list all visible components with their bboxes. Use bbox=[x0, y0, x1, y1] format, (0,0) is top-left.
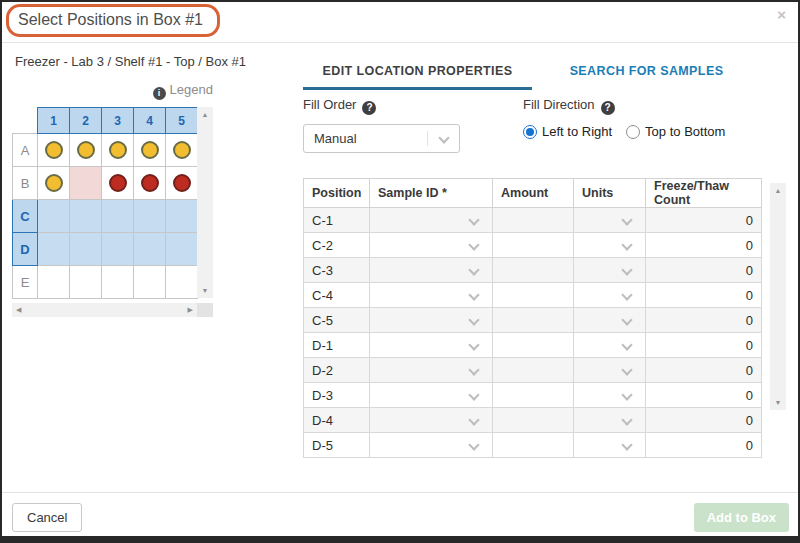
freeze-thaw-count-input-D-4[interactable]: 0 bbox=[646, 408, 762, 433]
grid-vertical-scrollbar[interactable]: ▲ ▼ bbox=[197, 107, 213, 298]
grid-cell-C-5[interactable] bbox=[166, 200, 198, 233]
radio-unselected-icon[interactable] bbox=[626, 125, 640, 139]
freeze-thaw-count-input-D-3[interactable]: 0 bbox=[646, 383, 762, 408]
scroll-up-icon[interactable]: ▲ bbox=[202, 111, 209, 118]
radio-selected-icon[interactable] bbox=[523, 125, 537, 139]
units-select-D-5[interactable] bbox=[574, 433, 646, 458]
grid-horizontal-scrollbar[interactable]: ◀ ▶ bbox=[12, 303, 197, 317]
freeze-thaw-count-input-D-2[interactable]: 0 bbox=[646, 358, 762, 383]
add-to-box-button[interactable]: Add to Box bbox=[694, 503, 789, 532]
grid-cell-A-3[interactable] bbox=[102, 134, 134, 167]
amount-input-D-2[interactable] bbox=[493, 358, 574, 383]
freeze-thaw-count-input-D-5[interactable]: 0 bbox=[646, 433, 762, 458]
grid-cell-C-3[interactable] bbox=[102, 200, 134, 233]
grid-cell-B-3[interactable] bbox=[102, 167, 134, 200]
grid-cell-C-1[interactable] bbox=[38, 200, 70, 233]
sample-id-select-C-2[interactable] bbox=[370, 233, 493, 258]
freeze-thaw-count-input-C-4[interactable]: 0 bbox=[646, 283, 762, 308]
grid-cell-D-4[interactable] bbox=[134, 233, 166, 266]
sample-id-select-D-5[interactable] bbox=[370, 433, 493, 458]
sample-id-select-C-4[interactable] bbox=[370, 283, 493, 308]
grid-cell-B-5[interactable] bbox=[166, 167, 198, 200]
units-select-C-3[interactable] bbox=[574, 258, 646, 283]
amount-input-C-4[interactable] bbox=[493, 283, 574, 308]
sample-id-select-C-5[interactable] bbox=[370, 308, 493, 333]
grid-cell-D-1[interactable] bbox=[38, 233, 70, 266]
radio-left-to-right[interactable]: Left to Right bbox=[523, 124, 612, 139]
units-select-C-4[interactable] bbox=[574, 283, 646, 308]
amount-input-C-2[interactable] bbox=[493, 233, 574, 258]
amount-input-D-5[interactable] bbox=[493, 433, 574, 458]
table-vertical-scrollbar[interactable]: ▲ ▼ bbox=[770, 183, 786, 410]
grid-column-header-1[interactable]: 1 bbox=[38, 108, 70, 134]
grid-cell-D-5[interactable] bbox=[166, 233, 198, 266]
units-select-D-4[interactable] bbox=[574, 408, 646, 433]
units-select-D-1[interactable] bbox=[574, 333, 646, 358]
sample-id-select-D-3[interactable] bbox=[370, 383, 493, 408]
tab-edit-location-properties[interactable]: EDIT LOCATION PROPERTIES bbox=[303, 58, 532, 90]
fill-order-select[interactable]: Manual bbox=[303, 124, 460, 153]
grid-cell-E-5[interactable] bbox=[166, 266, 198, 299]
grid-cell-A-2[interactable] bbox=[70, 134, 102, 167]
grid-row-header-C[interactable]: C bbox=[13, 200, 38, 233]
scroll-left-icon[interactable]: ◀ bbox=[16, 306, 21, 314]
sample-id-select-D-4[interactable] bbox=[370, 408, 493, 433]
grid-column-header-2[interactable]: 2 bbox=[70, 108, 102, 134]
help-icon[interactable]: ? bbox=[601, 101, 615, 115]
scroll-down-icon[interactable]: ▼ bbox=[775, 399, 782, 406]
units-select-D-2[interactable] bbox=[574, 358, 646, 383]
grid-column-header-4[interactable]: 4 bbox=[134, 108, 166, 134]
units-select-D-3[interactable] bbox=[574, 383, 646, 408]
sample-id-select-C-1[interactable] bbox=[370, 208, 493, 233]
grid-cell-C-4[interactable] bbox=[134, 200, 166, 233]
legend-link[interactable]: iLegend bbox=[14, 82, 213, 100]
grid-row-header-A[interactable]: A bbox=[13, 134, 38, 167]
fill-order-label: Fill Order? bbox=[303, 97, 376, 115]
grid-cell-D-2[interactable] bbox=[70, 233, 102, 266]
grid-cell-E-2[interactable] bbox=[70, 266, 102, 299]
tab-search-for-samples[interactable]: SEARCH FOR SAMPLES bbox=[532, 58, 761, 90]
grid-column-header-5[interactable]: 5 bbox=[166, 108, 198, 134]
sample-id-select-C-3[interactable] bbox=[370, 258, 493, 283]
freeze-thaw-count-input-C-1[interactable]: 0 bbox=[646, 208, 762, 233]
position-cell: C-5 bbox=[304, 308, 370, 333]
grid-row-header-B[interactable]: B bbox=[13, 167, 38, 200]
grid-cell-C-2[interactable] bbox=[70, 200, 102, 233]
grid-cell-B-4[interactable] bbox=[134, 167, 166, 200]
cancel-button[interactable]: Cancel bbox=[12, 503, 82, 532]
help-icon[interactable]: ? bbox=[362, 101, 376, 115]
units-select-C-5[interactable] bbox=[574, 308, 646, 333]
amount-input-C-1[interactable] bbox=[493, 208, 574, 233]
scroll-right-icon[interactable]: ▶ bbox=[188, 306, 193, 314]
sample-id-select-D-2[interactable] bbox=[370, 358, 493, 383]
grid-row-header-E[interactable]: E bbox=[13, 266, 38, 299]
grid-cell-E-1[interactable] bbox=[38, 266, 70, 299]
grid-row-header-D[interactable]: D bbox=[13, 233, 38, 266]
grid-cell-A-5[interactable] bbox=[166, 134, 198, 167]
radio-top-to-bottom[interactable]: Top to Bottom bbox=[626, 124, 725, 139]
close-icon[interactable]: × bbox=[777, 7, 786, 22]
scroll-down-icon[interactable]: ▼ bbox=[202, 287, 209, 294]
grid-column-header-3[interactable]: 3 bbox=[102, 108, 134, 134]
grid-cell-E-3[interactable] bbox=[102, 266, 134, 299]
grid-cell-A-1[interactable] bbox=[38, 134, 70, 167]
grid-cell-B-1[interactable] bbox=[38, 167, 70, 200]
sample-id-select-D-1[interactable] bbox=[370, 333, 493, 358]
freeze-thaw-count-input-C-3[interactable]: 0 bbox=[646, 258, 762, 283]
units-select-C-2[interactable] bbox=[574, 233, 646, 258]
amount-input-D-1[interactable] bbox=[493, 333, 574, 358]
scroll-up-icon[interactable]: ▲ bbox=[775, 187, 782, 194]
amount-input-D-3[interactable] bbox=[493, 383, 574, 408]
freeze-thaw-count-input-C-2[interactable]: 0 bbox=[646, 233, 762, 258]
grid-cell-B-2[interactable] bbox=[70, 167, 102, 200]
grid-cell-A-4[interactable] bbox=[134, 134, 166, 167]
units-select-C-1[interactable] bbox=[574, 208, 646, 233]
fill-order-label-text: Fill Order bbox=[303, 97, 356, 112]
grid-cell-E-4[interactable] bbox=[134, 266, 166, 299]
freeze-thaw-count-input-D-1[interactable]: 0 bbox=[646, 333, 762, 358]
amount-input-C-5[interactable] bbox=[493, 308, 574, 333]
freeze-thaw-count-input-C-5[interactable]: 0 bbox=[646, 308, 762, 333]
amount-input-C-3[interactable] bbox=[493, 258, 574, 283]
amount-input-D-4[interactable] bbox=[493, 408, 574, 433]
grid-cell-D-3[interactable] bbox=[102, 233, 134, 266]
